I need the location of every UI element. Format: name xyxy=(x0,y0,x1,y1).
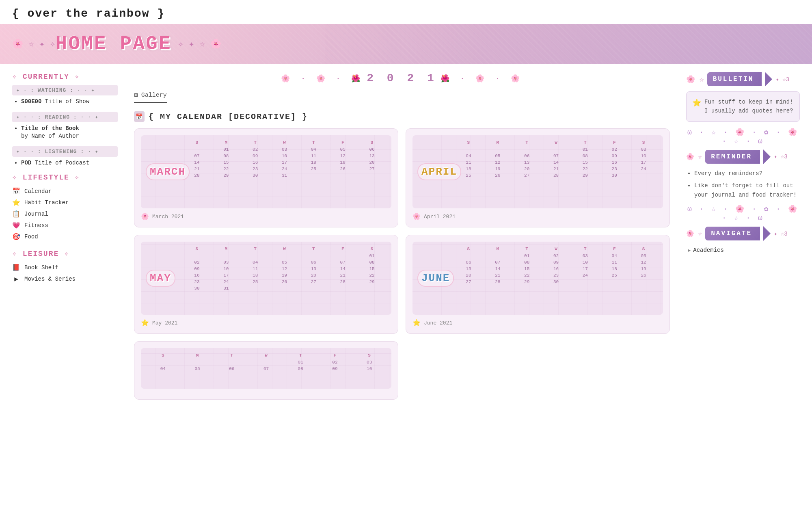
listening-prefix: POD xyxy=(21,160,31,166)
nav-food[interactable]: 🎯 Food xyxy=(12,231,118,242)
reminder-arrow xyxy=(763,149,771,164)
bulletin-divider: ω · ☆ · 🌸 · ✿ · 🌸 · ☆ · ω xyxy=(686,128,800,145)
video-icon: ▶ xyxy=(12,275,20,283)
watching-prefix: S00E00 xyxy=(21,98,41,105)
reading-item: Title of the Book by Name of Author xyxy=(21,125,118,141)
watching-item: S00E00 Title of Show xyxy=(21,98,118,106)
listening-list: POD Title of Podcast xyxy=(12,159,118,167)
calendar-icon: 📅 xyxy=(12,187,20,195)
april-label: APRIL xyxy=(417,163,461,180)
bulletin-header: 🌸 ☆ BULLETIN ✦ ☆3 xyxy=(686,72,800,87)
nav-habit-tracker[interactable]: ⭐ Habit Tracker xyxy=(12,197,118,208)
reading-text: by Name of Author xyxy=(21,133,79,139)
watching-list: S00E00 Title of Show xyxy=(12,98,118,106)
year-deco-right: 🌺 · 🌸 · 🌸 xyxy=(441,74,523,83)
main-layout: ✧ CURRENTLY ✧ ✦ · : WATCHING : · · ✦ S00… xyxy=(0,64,812,408)
calendar-march-inner: MARCH SMTWTFS 010203040506 0708091011121… xyxy=(141,135,391,208)
navigate-arrow xyxy=(763,226,771,241)
year-text: 2 0 2 1 xyxy=(367,72,437,84)
nav-journal[interactable]: 📋 Journal xyxy=(12,208,118,220)
calendar-may: MAY SMTWTFS 01 02030405060708 0910111213… xyxy=(134,235,398,334)
star-bullet-icon: ⭐ xyxy=(692,97,701,116)
journal-icon: 📋 xyxy=(12,210,20,218)
lifestyle-heading: ✧ LIFESTYLE ✧ xyxy=(12,173,118,182)
heart-icon: 💗 xyxy=(12,221,20,229)
april-footer-icon: 🌸 xyxy=(412,212,421,221)
grid-icon: ⊞ xyxy=(134,91,138,99)
year-header: 🌸 · 🌸 · 🌺 2 0 2 1 🌺 · 🌸 · 🌸 xyxy=(134,72,670,84)
book-icon: 📕 xyxy=(12,264,20,272)
reminder-item-1: Every day reminders? xyxy=(694,169,800,179)
hero-title: HOME PAGE xyxy=(55,33,171,55)
may-footer: ⭐ May 2021 xyxy=(141,319,391,327)
nav-calendar[interactable]: 📅 Calendar xyxy=(12,186,118,197)
leisure-heading: ✧ LEISURE ✧ xyxy=(12,249,118,258)
reminder-deco-left: 🌸 ☆ xyxy=(686,153,702,161)
reading-list: Title of the Book by Name of Author xyxy=(12,125,118,141)
calendar-section-title: 📅 { MY CALENDAR [DECORATIVE] } xyxy=(134,111,670,122)
listening-item: POD Title of Podcast xyxy=(21,159,118,167)
may-grid: SMTWTFS 01 02030405060708 09101112131415… xyxy=(146,247,387,291)
reminder-divider: ω · ☆ · 🌸 · ✿ · 🌸 · ☆ · ω xyxy=(686,204,800,222)
calendar-june-inner: JUNE SMTWTFS 0102030405 06070809101112 1… xyxy=(412,242,663,315)
bulletin-deco-left: 🌸 ☆ xyxy=(686,75,704,84)
march-footer-icon: 🌸 xyxy=(141,212,149,221)
calendar-april-inner: APRIL SMTWTFS 010203 04050607080910 1112… xyxy=(412,135,663,208)
hero-deco-left: 🌸 ☆ ✦ ✧ xyxy=(12,39,55,50)
march-footer: 🌸 March 2021 xyxy=(141,212,391,221)
navigate-banner: NAVIGATE xyxy=(705,227,760,240)
star-icon: ⭐ xyxy=(12,199,20,207)
reminder-header: 🌸 ☆ REMINDER ✦ ☆3 xyxy=(686,149,800,164)
currently-heading: ✧ CURRENTLY ✧ xyxy=(12,72,118,81)
nav-bookshelf[interactable]: 📕 Book Shelf xyxy=(12,262,118,273)
may-label: MAY xyxy=(146,270,175,287)
leisure-nav: 📕 Book Shelf ▶ Movies & Series xyxy=(12,262,118,285)
bulletin-content: ⭐ Fun stuff to keep in mind! I usually a… xyxy=(686,91,800,122)
reminder-item-2: Like don't forget to fill out your journ… xyxy=(694,181,800,201)
calendar-june: JUNE SMTWTFS 0102030405 06070809101112 1… xyxy=(406,235,670,334)
year-deco-left: 🌸 · 🌸 · 🌺 xyxy=(281,74,363,83)
april-footer: 🌸 April 2021 xyxy=(412,212,663,221)
may-footer-icon: ⭐ xyxy=(141,319,149,327)
navigate-list: ▶ Academics xyxy=(686,246,800,255)
reading-prefix: Title of the Book xyxy=(21,125,79,132)
nav-fitness[interactable]: 💗 Fitness xyxy=(12,220,118,231)
navigate-deco-left: 🌸 ☆ xyxy=(686,229,702,238)
sidebar-left: ✧ CURRENTLY ✧ ✦ · : WATCHING : · · ✦ S00… xyxy=(12,72,126,285)
calendar-april: APRIL SMTWTFS 010203 04050607080910 1112… xyxy=(406,128,670,227)
sidebar-right: 🌸 ☆ BULLETIN ✦ ☆3 ⭐ Fun stuff to keep in… xyxy=(678,72,800,255)
calendar-march: MARCH SMTWTFS 010203040506 0708091011121… xyxy=(134,128,398,227)
bulletin-deco-right: ✦ ☆3 xyxy=(775,76,789,83)
calendar-july-partial: SMTWTFS 010203 04050607080910 xyxy=(134,341,670,400)
listening-label: ✦ · · : LISTENING : · ✦ xyxy=(12,146,118,157)
navigate-academics[interactable]: ▶ Academics xyxy=(688,246,800,255)
june-footer-icon: ⭐ xyxy=(412,319,421,327)
calendar-july: SMTWTFS 010203 04050607080910 xyxy=(134,341,398,400)
calendar-july-inner: SMTWTFS 010203 04050607080910 xyxy=(141,348,391,389)
reading-label: ✦ · · : READING : · · ✦ xyxy=(12,112,118,122)
calendar-section-icon: 📅 xyxy=(134,111,145,122)
lifestyle-nav: 📅 Calendar ⭐ Habit Tracker 📋 Journal 💗 F… xyxy=(12,186,118,242)
june-label: JUNE xyxy=(417,270,454,287)
calendars-grid: MARCH SMTWTFS 010203040506 0708091011121… xyxy=(134,128,670,334)
gallery-tab[interactable]: ⊞ Gallery xyxy=(134,91,167,103)
app-title: { over the rainbow } xyxy=(0,0,812,24)
calendar-may-inner: MAY SMTWTFS 01 02030405060708 0910111213… xyxy=(141,242,391,315)
march-label: MARCH xyxy=(146,163,190,180)
navigate-header: 🌸 ☆ NAVIGATE ✦ ☆3 xyxy=(686,226,800,241)
reminder-banner: REMINDER xyxy=(705,150,760,164)
june-footer: ⭐ June 2021 xyxy=(412,319,663,327)
nav-movies[interactable]: ▶ Movies & Series xyxy=(12,273,118,285)
reminder-list: Every day reminders? Like don't forget t… xyxy=(686,169,800,200)
navigate-deco-right: ✦ ☆3 xyxy=(774,230,788,237)
center-content: 🌸 · 🌸 · 🌺 2 0 2 1 🌺 · 🌸 · 🌸 ⊞ Gallery 📅 … xyxy=(126,72,678,400)
watching-label: ✦ · : WATCHING : · · ✦ xyxy=(12,85,118,95)
july-grid: SMTWTFS 010203 04050607080910 xyxy=(146,353,387,372)
arrow-icon: ▶ xyxy=(688,247,691,253)
hero-banner: 🌸 ☆ ✦ ✧ HOME PAGE ✧ ✦ ☆ 🌸 xyxy=(0,24,812,64)
food-icon: 🎯 xyxy=(12,233,20,241)
bulletin-arrow xyxy=(765,72,772,87)
hero-deco-right: ✧ ✦ ☆ 🌸 xyxy=(178,39,221,50)
bulletin-banner: BULLETIN xyxy=(707,72,762,86)
reminder-deco-right: ✦ ☆3 xyxy=(774,153,788,160)
